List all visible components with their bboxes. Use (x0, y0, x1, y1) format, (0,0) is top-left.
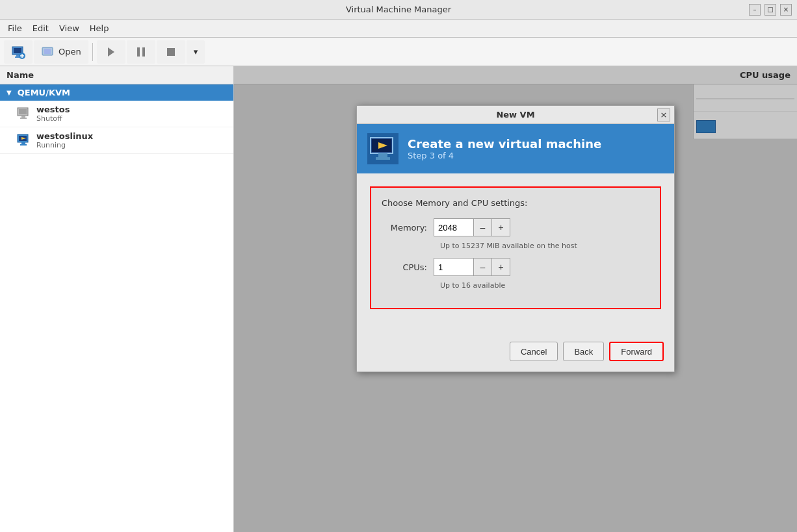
settings-title: Choose Memory and CPU settings: (382, 198, 649, 208)
window-title: Virtual Machine Manager (346, 5, 451, 14)
westos-text: westos Shutoff (36, 105, 70, 123)
vm-running-icon (16, 133, 31, 148)
svg-rect-20 (21, 142, 25, 144)
memory-row: Memory: – + (382, 218, 649, 236)
chevron-down-icon: ▼ (7, 89, 12, 96)
sidebar: Name ▼ QEMU/KVM westos Shutoff (0, 66, 234, 532)
westos-status: Shutoff (36, 114, 70, 123)
memory-hint: Up to 15237 MiB available on the host (440, 242, 649, 250)
menu-view[interactable]: View (54, 21, 85, 35)
cpu-input[interactable] (434, 259, 473, 275)
pause-button[interactable] (127, 40, 155, 64)
cpu-increment-button[interactable]: + (491, 259, 510, 275)
sidebar-group-qemu[interactable]: ▼ QEMU/KVM (0, 84, 233, 101)
svg-rect-8 (44, 49, 51, 54)
modal-body: Choose Memory and CPU settings: Memory: … (357, 173, 674, 335)
svg-rect-21 (20, 144, 27, 146)
memory-decrement-button[interactable]: – (473, 219, 491, 236)
forward-button[interactable]: Forward (609, 342, 664, 361)
sidebar-item-westos[interactable]: westos Shutoff (0, 101, 233, 127)
svg-rect-25 (378, 153, 387, 157)
memory-increment-button[interactable]: + (491, 219, 510, 236)
modal-footer: Cancel Back Forward (357, 335, 674, 372)
memory-label: Memory: (382, 223, 434, 233)
vm-header-icon (367, 133, 398, 164)
dropdown-button[interactable]: ▾ (187, 40, 205, 64)
restore-button[interactable]: □ (764, 4, 776, 16)
run-icon (104, 45, 118, 59)
main-area: Name ▼ QEMU/KVM westos Shutoff (0, 66, 797, 532)
sidebar-column-header: Name (0, 66, 233, 84)
pause-icon (134, 45, 148, 59)
svg-rect-11 (142, 47, 145, 57)
minimize-button[interactable]: – (749, 4, 761, 16)
toolbar-separator-1 (92, 43, 93, 61)
menu-bar: File Edit View Help (0, 19, 797, 38)
toolbar: Open ▾ (0, 38, 797, 66)
svg-rect-1 (14, 48, 21, 53)
cpu-decrement-button[interactable]: – (473, 259, 491, 275)
menu-file[interactable]: File (3, 21, 27, 35)
svg-rect-26 (376, 157, 390, 160)
menu-help[interactable]: Help (85, 21, 114, 35)
settings-box: Choose Memory and CPU settings: Memory: … (370, 186, 661, 309)
open-icon (41, 45, 55, 59)
modal-titlebar: New VM × (357, 106, 674, 124)
window-controls: – □ × (749, 4, 792, 16)
modal-title: New VM (496, 110, 534, 120)
open-button[interactable]: Open (34, 40, 88, 64)
svg-rect-10 (137, 47, 140, 57)
svg-marker-9 (108, 47, 114, 57)
sidebar-group-label: QEMU/KVM (18, 88, 70, 97)
cpu-hint: Up to 16 available (440, 281, 649, 290)
dropdown-arrow: ▾ (194, 47, 198, 57)
title-bar: Virtual Machine Manager – □ × (0, 0, 797, 19)
svg-rect-14 (19, 109, 27, 114)
col-name-header: Name (7, 70, 227, 80)
cpu-row: CPUs: – + (382, 258, 649, 276)
new-vm-modal: New VM × Create (356, 105, 675, 372)
modal-close-button[interactable]: × (657, 108, 670, 121)
close-button[interactable]: × (780, 4, 792, 16)
memory-spinbox: – + (434, 218, 510, 236)
cancel-button[interactable]: Cancel (510, 342, 558, 361)
modal-header-text: Create a new virtual machine Step 3 of 4 (408, 137, 601, 160)
new-vm-icon (11, 45, 25, 59)
modal-overlay: New VM × Create (234, 66, 797, 532)
content-area: CPU usage New VM × (234, 66, 797, 532)
sidebar-item-westoslinux[interactable]: westoslinux Running (0, 127, 233, 154)
westoslinux-name: westoslinux (36, 131, 93, 141)
stop-button[interactable] (157, 40, 185, 64)
memory-input[interactable] (434, 219, 473, 236)
modal-header-band: Create a new virtual machine Step 3 of 4 (357, 124, 674, 173)
westos-name: westos (36, 105, 70, 114)
menu-edit[interactable]: Edit (27, 21, 54, 35)
run-button[interactable] (97, 40, 125, 64)
new-vm-button[interactable] (4, 40, 33, 64)
back-button[interactable]: Back (563, 342, 604, 361)
vm-shutoff-icon (16, 106, 31, 121)
svg-rect-16 (20, 118, 27, 119)
svg-rect-12 (167, 48, 175, 56)
modal-header-title: Create a new virtual machine (408, 137, 601, 151)
modal-header-step: Step 3 of 4 (408, 151, 601, 160)
stop-icon (164, 45, 178, 59)
westoslinux-status: Running (36, 141, 93, 149)
svg-rect-15 (21, 116, 25, 118)
open-label: Open (59, 47, 81, 57)
westoslinux-text: westoslinux Running (36, 131, 93, 149)
cpu-label: CPUs: (382, 262, 434, 272)
cpu-spinbox: – + (434, 258, 510, 276)
